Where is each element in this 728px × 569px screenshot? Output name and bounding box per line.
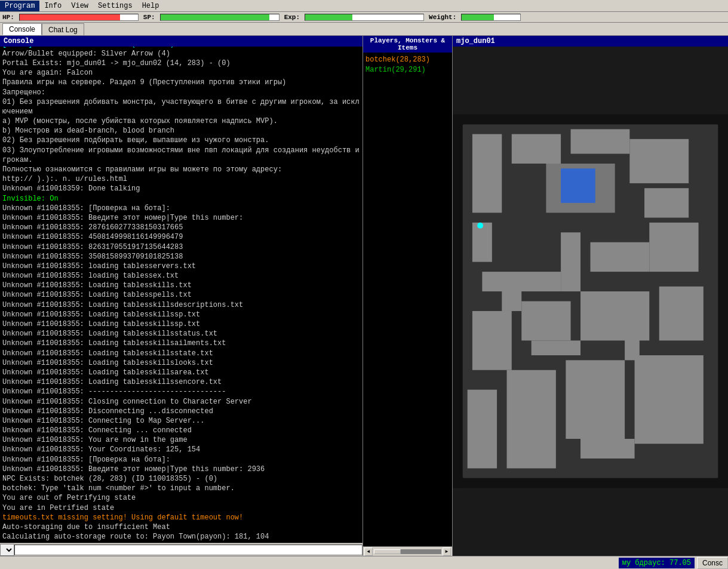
console-line: Unknown #110018355: Loading tablesskills… <box>2 329 360 339</box>
console-line: Unknown #110018355: Введите этот номер|T… <box>2 465 360 474</box>
player-entry[interactable]: botchek(28,283) <box>365 55 450 65</box>
console-line: Auto-storaging due to insufficient Meat <box>2 522 360 532</box>
svg-rect-28 <box>453 115 462 488</box>
bottom-bar: му бдраус: 77.05 Consc <box>0 556 728 569</box>
svg-rect-15 <box>521 302 570 341</box>
svg-rect-31 <box>453 478 728 488</box>
scroll-left-btn[interactable]: ◄ <box>364 548 373 556</box>
console-line: a) MVP (монстры, после убийства которых … <box>2 116 360 126</box>
tabs-row: Console Chat Log <box>0 23 728 36</box>
exp-label: Exp: <box>284 14 300 21</box>
console-line: Unknown #110018355: Loading tablesskills… <box>2 310 360 319</box>
console-line: Unknown #110018355: Loading tablesskills… <box>2 281 360 290</box>
console-line: Unknown #110018355: Loading tablesskills… <box>2 377 360 387</box>
svg-rect-5 <box>571 129 630 153</box>
console-input[interactable] <box>14 545 363 555</box>
svg-rect-17 <box>659 287 704 341</box>
hp-label: HP: <box>2 14 14 21</box>
map-header: mjo_dun01 <box>453 36 728 47</box>
console-line: Unknown #110018355: Your Coordinates: 12… <box>2 445 360 454</box>
console-line: You are again: Falcon <box>2 68 360 78</box>
console-line: Unknown #110018355: Loading tablesskills… <box>2 319 360 329</box>
menu-settings[interactable]: Settings <box>93 1 137 11</box>
menu-program[interactable]: Program <box>0 1 39 11</box>
console-line: Unknown #110018355: loading tablessex.tx… <box>2 271 360 281</box>
svg-rect-9 <box>644 188 689 217</box>
console-line: Invisible: On <box>2 194 360 204</box>
players-header: Players, Monsters & Items <box>363 36 452 53</box>
console-line: Полностью ознакомится с правилами игры в… <box>2 165 360 174</box>
console-line: http:// ).):. n. u/rules.html <box>2 174 360 184</box>
console-line: Unknown #110018355: Connecting ... conne… <box>2 426 360 435</box>
svg-rect-4 <box>512 134 561 164</box>
menu-help[interactable]: Help <box>137 1 164 11</box>
scroll-track <box>374 549 441 554</box>
svg-rect-21 <box>635 355 704 444</box>
svg-rect-13 <box>649 223 698 272</box>
hp-bar <box>19 14 139 21</box>
sp-bar <box>160 14 279 21</box>
console-line: Unknown #110018355: Loading tablesspells… <box>2 290 360 300</box>
console-line: Unknown #110018355: 45081499981161499964… <box>2 232 360 242</box>
console-line: Unknown #110018355: 28761602773381503176… <box>2 223 360 232</box>
tab-console[interactable]: Console <box>2 23 42 35</box>
console-line: Unknown #110018355: 82631705519171356442… <box>2 242 360 252</box>
weight-fill <box>462 14 494 20</box>
svg-rect-22 <box>502 282 521 311</box>
console-line: Unknown #110018355: 35081589937091018251… <box>2 252 360 262</box>
exp-bar <box>305 14 424 21</box>
console-line: Unknown #110018355: Введите этот номер|T… <box>2 213 360 223</box>
console-line: Unknown #110018355: --------------------… <box>2 387 360 396</box>
svg-rect-3 <box>472 223 492 262</box>
sp-label: SP: <box>143 14 155 21</box>
console-line: Unknown #110018355: Disconnecting ...dis… <box>2 407 360 416</box>
players-scrollbar: ◄ ► <box>363 546 452 556</box>
console-line: NPC Exists: botchek (28, 283) (ID 110018… <box>2 474 360 484</box>
svg-rect-7 <box>561 168 595 203</box>
svg-rect-8 <box>629 139 689 183</box>
players-list: botchek(28,283)Martin(29,291) <box>363 53 452 546</box>
console-line: Unknown #110018355: Loading tablesskills… <box>2 358 360 368</box>
map-area[interactable] <box>453 47 728 556</box>
console-line: You are in Petrified state <box>2 503 360 513</box>
status-bars: HP: SP: Exp: Weight: <box>0 12 728 23</box>
tab-chat-log[interactable]: Chat Log <box>42 23 84 35</box>
scroll-right-btn[interactable]: ► <box>443 548 451 556</box>
console-line: Unknown #110018355: Closing connection t… <box>2 397 360 407</box>
svg-rect-24 <box>625 331 640 360</box>
console-line: Unknown #110018355: Loading tablesskills… <box>2 368 360 377</box>
console-line: 01) Без разрешения добивать монстра, уча… <box>2 97 360 116</box>
menu-view[interactable]: View <box>66 1 93 11</box>
svg-rect-2 <box>472 134 502 213</box>
svg-rect-14 <box>472 311 512 370</box>
console-line: Unknown #110018355: [Проверка на бота]: <box>2 455 360 465</box>
main-content: Console Sound alert: private chat(From: … <box>0 36 728 556</box>
svg-point-26 <box>477 223 483 229</box>
console-line: Arrow/Bullet equipped: Silver Arrow (4) <box>2 49 360 59</box>
console-line: Portal Exists: mjo_dun01 -> mjo_dun02 (1… <box>2 59 360 68</box>
svg-rect-12 <box>591 242 650 272</box>
console-line: Unknown #110018355: You are now in the g… <box>2 435 360 445</box>
bottom-console-button[interactable]: Consc <box>697 557 728 569</box>
console-line: Правила игры на сервере. Раздел 9 (Прест… <box>2 78 360 87</box>
sp-fill <box>161 14 269 20</box>
bottom-status: му бдраус: 77.05 <box>619 558 695 568</box>
console-dropdown[interactable]: ▼ <box>0 544 14 556</box>
svg-rect-30 <box>453 115 728 124</box>
scroll-thumb[interactable] <box>374 549 401 554</box>
console-line: botchek: Type 'talk num <number #>' to i… <box>2 484 360 493</box>
map-canvas <box>453 47 728 556</box>
weight-bar <box>461 14 521 21</box>
menu-info[interactable]: Info <box>39 1 66 11</box>
console-header: Console <box>0 36 363 47</box>
console-line: 02) Без разрешения подбирать вещи, выпав… <box>2 136 360 145</box>
menu-bar: Program Info View Settings Help <box>0 0 728 12</box>
console-line: b) Монстров из dead-branch, blood branch <box>2 126 360 136</box>
exp-fill <box>305 14 352 20</box>
console-body[interactable]: Sound alert: private chat(From: ( i_) . … <box>0 47 363 543</box>
console-line: Unknown #110018359: Done talking <box>2 184 360 193</box>
console-input-row: ▼ <box>0 543 363 556</box>
console-line: You are out of Petrifying state <box>2 493 360 503</box>
svg-rect-25 <box>580 439 635 459</box>
player-entry[interactable]: Martin(29,291) <box>365 65 450 75</box>
